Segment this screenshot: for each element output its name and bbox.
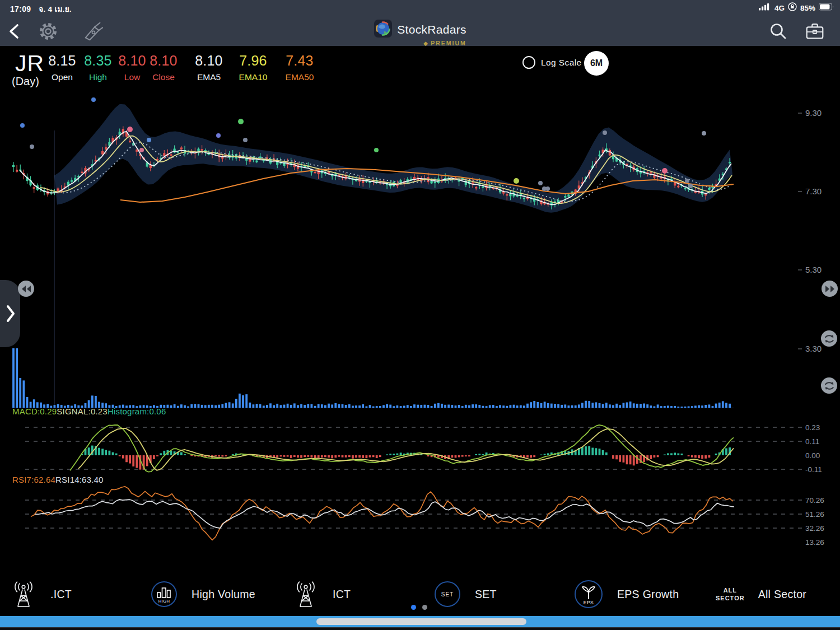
- svg-text:0.11: 0.11: [805, 437, 819, 446]
- draw-tool-button[interactable]: [82, 20, 104, 43]
- quote-field-close: 8.10 Close: [142, 53, 185, 82]
- radar-item-high-volume[interactable]: HIGH High Volume: [150, 576, 255, 613]
- svg-text:0.23: 0.23: [805, 423, 820, 432]
- quote-field-ema50: 7.43 EMA50: [278, 53, 321, 82]
- stock-symbol: JR: [15, 50, 44, 77]
- time-scrollbar-thumb[interactable]: [316, 618, 526, 625]
- high-volume-icon: HIGH: [150, 580, 178, 608]
- svg-text:5.30: 5.30: [805, 265, 822, 274]
- svg-text:51.26: 51.26: [805, 510, 824, 519]
- page-dot-inactive[interactable]: [422, 605, 427, 610]
- histogram-value: Histogram:0.06: [108, 407, 166, 416]
- stockradars-chart-screen: 17:09จ. 4 เม.ย. 4G 85%: [0, 0, 840, 630]
- price-chart-canvas[interactable]: 9.307.305.303.300.230.110.00-0.1170.2651…: [0, 0, 840, 630]
- svg-text:70.26: 70.26: [805, 496, 824, 505]
- svg-text:32.26: 32.26: [805, 524, 824, 533]
- antenna-icon: [292, 580, 319, 609]
- radar-item-eps-growth[interactable]: EPS EPS Growth: [573, 576, 679, 613]
- rewind-icon: [21, 285, 32, 293]
- all-sector-icon: ALL SECTOR: [716, 586, 745, 603]
- svg-text:9.30: 9.30: [805, 108, 822, 118]
- eps-icon: EPS: [573, 579, 604, 609]
- app-logo-globe-icon: [374, 19, 393, 40]
- svg-text:7.30: 7.30: [805, 186, 822, 196]
- portfolio-button[interactable]: [804, 20, 826, 43]
- radar-item-ict[interactable]: ICT: [292, 576, 351, 613]
- chevron-right-icon: [6, 304, 16, 323]
- radar-item-dot-ict[interactable]: .ICT: [10, 576, 72, 613]
- rsi-readout: RSI7:62.64RSI14:63.40: [12, 475, 104, 484]
- cycle-scale-button-lower[interactable]: [821, 377, 837, 394]
- radar-label: All Sector: [758, 588, 806, 601]
- battery-percent: 85%: [800, 4, 815, 12]
- clock: 17:09: [10, 4, 31, 13]
- back-chevron-icon: [7, 20, 22, 43]
- macd-value: MACD:0.29: [12, 407, 57, 416]
- pen-nib-icon: [82, 20, 104, 43]
- quote-field-ema5: 8.10 EMA5: [188, 53, 230, 82]
- svg-text:HIGH: HIGH: [158, 599, 170, 604]
- rsi14-value: RSI14:63.40: [55, 475, 104, 484]
- scroll-left-button[interactable]: [18, 281, 34, 297]
- status-right: 4G 85%: [759, 2, 834, 13]
- network-type: 4G: [774, 4, 785, 12]
- antenna-icon: [10, 580, 37, 609]
- time-scrollbar-track[interactable]: [0, 616, 840, 627]
- radar-label: .ICT: [50, 588, 72, 601]
- status-date: จ. 4 เม.ย.: [39, 5, 72, 13]
- header-bar: 17:09จ. 4 เม.ย. 4G 85%: [0, 0, 840, 46]
- rsi7-value: RSI7:62.64: [12, 475, 55, 484]
- set-icon: SET: [433, 580, 461, 608]
- settings-button[interactable]: [37, 20, 59, 43]
- side-drawer-handle[interactable]: [0, 280, 20, 347]
- cycle-scale-button-upper[interactable]: [821, 330, 837, 347]
- radar-item-all-sector[interactable]: ALL SECTOR All Sector: [716, 576, 806, 613]
- page-dot-active[interactable]: [411, 605, 416, 610]
- signal-value: SIGNAL:0.23: [57, 407, 108, 416]
- app-logo: StockRadars ◆ PREMIUM: [0, 19, 840, 46]
- back-button[interactable]: [3, 20, 26, 43]
- loop-arrows-icon: [824, 334, 835, 344]
- status-left: 17:09จ. 4 เม.ย.: [10, 3, 72, 15]
- orientation-lock-icon: [788, 2, 797, 13]
- svg-text:3.30: 3.30: [805, 344, 822, 353]
- search-button[interactable]: [767, 20, 790, 43]
- radar-label: SET: [475, 588, 497, 601]
- timeframe-label: (Day): [12, 75, 39, 88]
- svg-text:0.00: 0.00: [805, 451, 820, 460]
- search-icon: [768, 21, 789, 42]
- toolbar-page-dots[interactable]: [411, 605, 427, 610]
- status-bar: 17:09จ. 4 เม.ย. 4G 85%: [0, 0, 840, 16]
- loop-arrows-icon: [824, 381, 835, 391]
- macd-readout: MACD:0.29SIGNAL:0.23Histogram:0.06: [12, 407, 166, 416]
- radar-label: EPS Growth: [617, 588, 679, 601]
- svg-text:-0.11: -0.11: [805, 465, 822, 474]
- log-scale-toggle[interactable]: Log Scale: [522, 56, 582, 69]
- bottom-edge: [0, 627, 840, 630]
- briefcase-icon: [804, 21, 826, 42]
- quote-field-ema10: 7.96 EMA10: [232, 53, 274, 82]
- app-name: StockRadars: [397, 23, 466, 36]
- signal-strength-icon: [759, 3, 771, 13]
- gear-icon: [37, 20, 59, 43]
- svg-text:13.26: 13.26: [805, 538, 824, 547]
- radar-label: ICT: [333, 588, 351, 601]
- svg-text:EPS: EPS: [584, 600, 594, 605]
- svg-text:SET: SET: [441, 591, 454, 598]
- quote-row: JR (Day) 8.15 Open 8.35 High 8.10 Low 8.…: [0, 46, 840, 93]
- nav-bar: StockRadars ◆ PREMIUM: [0, 16, 840, 46]
- log-scale-label: Log Scale: [541, 58, 582, 68]
- fast-forward-icon: [824, 285, 836, 293]
- scroll-right-button[interactable]: [822, 281, 838, 297]
- log-scale-radio[interactable]: [522, 56, 535, 69]
- range-6m-button[interactable]: 6M: [584, 51, 609, 76]
- battery-icon: [819, 3, 834, 13]
- radar-label: High Volume: [192, 588, 255, 601]
- radar-item-set[interactable]: SET SET: [433, 576, 497, 613]
